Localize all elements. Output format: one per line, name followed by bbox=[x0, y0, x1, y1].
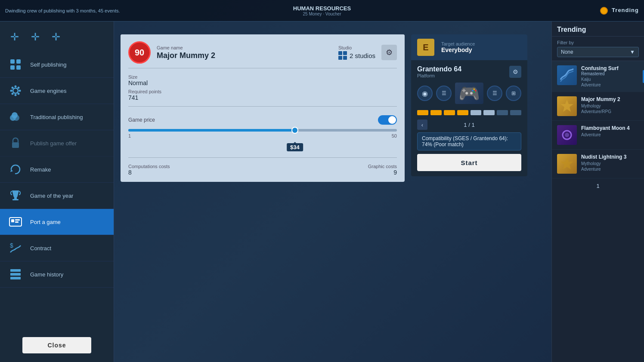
svg-rect-25 bbox=[10, 269, 21, 272]
size-value: Normal bbox=[128, 80, 397, 86]
platform-icon-list[interactable]: ☰ bbox=[436, 86, 452, 101]
platform-icon-list2[interactable]: ☰ bbox=[487, 86, 502, 101]
port-dialog-body: Size Normal Required points 741 Game pri… bbox=[121, 68, 405, 182]
platform-body: Grantendo 64 Platform ⚙ ◉ ☰ 🎮 ☰ ⊞ bbox=[411, 60, 527, 176]
contract-icon: $ bbox=[7, 239, 24, 257]
price-toggle[interactable] bbox=[378, 115, 397, 125]
platform-icons-row: ◉ ☰ 🎮 ☰ ⊞ bbox=[417, 83, 521, 104]
price-slider-container: 1 50 $34 bbox=[128, 129, 397, 138]
sidebar-add-icon-2[interactable]: ✛ bbox=[28, 29, 43, 45]
start-button[interactable]: Start bbox=[417, 154, 521, 171]
compatibility-tooltip: Compatibility (SGES / Grantendo 64): 74%… bbox=[417, 132, 521, 150]
pagination-row: ‹ 1 / 1 bbox=[417, 120, 521, 130]
trending-type-2: Adventure/RPG bbox=[581, 109, 639, 114]
svg-point-8 bbox=[19, 90, 21, 92]
trending-item-major-mummy[interactable]: Major Mummy 2 Mythology Adventure/RPG bbox=[552, 92, 644, 121]
sidebar-item-publish-game-offer: Publish game offer bbox=[0, 130, 114, 156]
studio-section: Studio 2 studios bbox=[338, 45, 375, 60]
platform-icon-grid[interactable]: ⊞ bbox=[506, 86, 521, 101]
genre-bar-2 bbox=[430, 110, 442, 115]
pagination-total: 1 bbox=[471, 122, 474, 128]
port-dialog: 90 Game name Major Mummy 2 Studio 2 stud… bbox=[121, 34, 405, 182]
sidebar-label-contract: Contract bbox=[30, 245, 51, 252]
sidebar-item-game-history[interactable]: Game history bbox=[0, 261, 114, 288]
top-bar-center: HUMAN RESOURCES 25 Money · Voucher bbox=[293, 5, 351, 16]
trending-type-1: Adventure bbox=[581, 83, 639, 87]
slider-thumb[interactable] bbox=[291, 127, 298, 134]
sidebar-item-self-publishing[interactable]: Self publishing bbox=[0, 52, 114, 78]
trending-thumb-1 bbox=[557, 65, 577, 85]
body-divider bbox=[128, 106, 397, 107]
svg-text:$: $ bbox=[10, 242, 13, 249]
chevron-down-icon: ▼ bbox=[630, 49, 635, 55]
trending-genre-4: Mythology bbox=[581, 161, 639, 166]
dialog-gear-button[interactable]: ⚙ bbox=[381, 45, 397, 60]
sidebar-item-game-of-the-year[interactable]: Game of the year bbox=[0, 183, 114, 209]
sidebar-label-port-a-game: Port a game bbox=[30, 219, 61, 225]
slider-fill bbox=[128, 129, 295, 132]
platform-image: 🎮 bbox=[455, 83, 483, 104]
game-info: Game name Major Mummy 2 bbox=[157, 45, 332, 60]
trending-info-1: Confusing Surf Remastered Kaiju Adventur… bbox=[581, 65, 639, 87]
sidebar-label-self-publishing: Self publishing bbox=[30, 61, 67, 68]
pagination-prev[interactable]: ‹ bbox=[417, 120, 427, 130]
costs-row: Computations costs 8 Graphic costs 9 bbox=[128, 157, 397, 176]
svg-point-11 bbox=[18, 87, 20, 89]
compat-value: 74% (Poor match) bbox=[422, 141, 464, 147]
platform-gear-button[interactable]: ⚙ bbox=[509, 66, 521, 78]
price-label-text: Game price bbox=[128, 117, 155, 123]
trending-item-confusing-surf[interactable]: Confusing Surf Remastered Kaiju Adventur… bbox=[552, 61, 644, 92]
computation-costs: Computations costs 8 bbox=[128, 164, 170, 176]
trending-type-3: Adventure bbox=[581, 132, 639, 137]
filter-label: Filter by bbox=[557, 40, 639, 45]
platform-icon-circle[interactable]: ◉ bbox=[417, 86, 433, 101]
filter-dropdown[interactable]: None ▼ bbox=[557, 47, 639, 57]
trending-panel: Trending Filter by None ▼ Confusing Surf… bbox=[551, 21, 644, 362]
remake-icon bbox=[7, 161, 24, 178]
genre-bar-4 bbox=[457, 110, 468, 115]
compat-label: Compatibility (SGES / Grantendo 64): bbox=[422, 135, 508, 141]
platform-image-content: 🎮 bbox=[458, 83, 480, 104]
graphic-costs: Graphic costs 9 bbox=[368, 164, 397, 176]
studio-name: 2 studios bbox=[338, 51, 375, 60]
sidebar-label-game-of-the-year: Game of the year bbox=[30, 193, 73, 199]
svg-point-4 bbox=[13, 88, 18, 93]
trending-item-flamboyant-moon[interactable]: Flamboyant Moon 4 Adventure bbox=[552, 121, 644, 150]
trending-item-nudist-lightning[interactable]: Nudist Lightning 3 Mythology Adventure bbox=[552, 150, 644, 178]
svg-rect-1 bbox=[16, 59, 21, 64]
sidebar-item-remake[interactable]: Remake bbox=[0, 156, 114, 183]
size-label: Size bbox=[128, 74, 397, 80]
svg-point-12 bbox=[12, 93, 14, 95]
sidebar-label-publish-game-offer: Publish game offer bbox=[30, 140, 77, 147]
trending-game-name-1: Confusing Surf bbox=[581, 65, 639, 71]
sidebar-item-contract[interactable]: $ Contract bbox=[0, 235, 114, 261]
svg-point-7 bbox=[10, 90, 12, 92]
sidebar-item-traditional-publishing[interactable]: Traditional publishing bbox=[0, 104, 114, 130]
sidebar-add-icon-3[interactable]: ✛ bbox=[48, 29, 64, 45]
sidebar-item-game-engines[interactable]: Game engines bbox=[0, 78, 114, 104]
svg-point-15 bbox=[12, 112, 18, 118]
studio-grid-icon bbox=[338, 51, 347, 60]
close-button[interactable]: Close bbox=[22, 337, 91, 353]
top-bar-right: Trending bbox=[600, 7, 639, 15]
sidebar-label-game-history: Game history bbox=[30, 271, 63, 278]
genre-bar-5 bbox=[471, 110, 482, 115]
required-points-label: Required points bbox=[128, 89, 397, 94]
sidebar-add-icon-1[interactable]: ✛ bbox=[7, 29, 22, 45]
sidebar-item-port-a-game[interactable]: Port a game bbox=[0, 209, 114, 235]
trending-subtitle-1: Remastered bbox=[581, 71, 639, 76]
price-max: 50 bbox=[392, 133, 397, 138]
studio-label: Studio bbox=[338, 45, 375, 50]
game-name: Major Mummy 2 bbox=[157, 51, 332, 60]
svg-rect-22 bbox=[15, 219, 20, 221]
graphic-costs-label: Graphic costs bbox=[368, 164, 397, 169]
filter-section: Filter by None ▼ bbox=[552, 37, 644, 61]
svg-rect-2 bbox=[10, 65, 15, 70]
svg-point-10 bbox=[18, 93, 20, 95]
trending-title: Trending bbox=[557, 26, 586, 34]
studio-name-text: 2 studios bbox=[350, 52, 375, 59]
trending-thumb-3 bbox=[557, 125, 577, 145]
trending-header: Trending bbox=[552, 21, 644, 37]
svg-rect-3 bbox=[16, 65, 21, 70]
svg-rect-21 bbox=[11, 219, 14, 222]
